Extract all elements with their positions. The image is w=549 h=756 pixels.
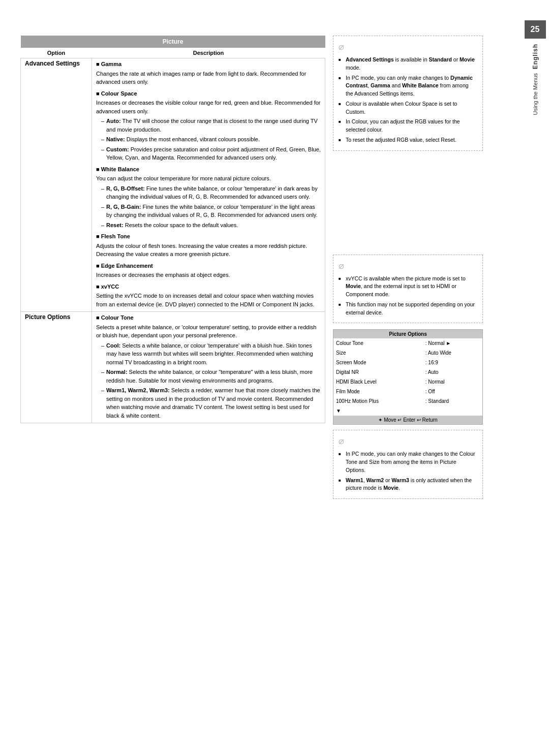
section-label: Using the Menus [532,73,538,115]
mini-table-cell-value: : Normal ► [423,338,482,348]
note-list-1: Advanced Settings is available in Standa… [339,56,477,144]
option-cell: Advanced Settings [21,58,92,312]
mini-table-row: Screen Mode : 16:9 [333,358,482,367]
note-item: In Colour, you can adjust the RGB values… [339,118,477,134]
spacer [333,238,483,242]
mini-table-title: Picture Options [333,330,482,338]
note-item: In PC mode, you can only make changes to… [339,450,477,474]
spacer [333,226,483,230]
spacer [333,157,483,161]
section-body: Setting the xvYCC mode to on increases d… [96,292,321,308]
right-column: ⌀ Advanced Settings is available in Stan… [333,36,483,505]
spacer [333,230,483,234]
note-item: Colour is available when Colour Space is… [339,100,477,116]
spacer [333,165,483,169]
right-sidebar: 25 English Using the Menus [521,0,549,756]
note-icon-2: ⌀ [339,259,477,273]
bullet-list: R, G, B-Offset: Fine tunes the white bal… [96,184,321,230]
mini-table-row: Size : Auto Wide [333,348,482,358]
spacer [333,206,483,210]
section-heading: ■ Gamma [96,60,321,69]
option-cell: Picture Options [21,312,92,423]
mini-table-cell-value: : Auto [423,367,482,377]
table-header-row: Picture [21,36,325,48]
section-body: You can adjust the colour temperature fo… [96,174,321,183]
section-body: Increases or decreases the visible colou… [96,99,321,115]
spacer [333,222,483,226]
list-item: Custom: Provides precise saturation and … [101,145,321,162]
section-body: Adjusts the colour of flesh tones. Incre… [96,242,321,259]
option-header: Option [21,48,92,58]
description-cell: ■ Gamma Changes the rate at which images… [92,58,325,312]
picture-table: Picture Option Description Advanced Sett… [20,36,325,423]
left-column: Picture Option Description Advanced Sett… [20,36,325,423]
mini-table-cell-value: : Normal [423,377,482,387]
list-item: Normal: Selects the white balance, or co… [101,368,321,385]
mini-table-cell-label: 100Hz Motion Plus [333,396,423,406]
spacer [333,218,483,222]
spacer [333,198,483,202]
note-box-2: ⌀ xvYCC is available when the picture mo… [333,255,483,324]
section-heading: ■ Edge Enhancement [96,262,321,270]
spacer [333,161,483,165]
mini-table-row: ▼ [333,406,482,416]
mini-table-cell-label: Film Mode [333,387,423,396]
section-heading: ■ White Balance [96,165,321,174]
section-heading: ■ Flesh Tone [96,232,321,241]
table-row: Picture Options ■ Colour Tone Selects a … [21,312,325,423]
spacer [333,185,483,190]
note-list-2: xvYCC is available when the picture mode… [339,275,477,317]
section-heading: ■ xvYCC [96,282,321,291]
note-item: In PC mode, you can only make changes to… [339,74,477,98]
spacer [333,246,483,250]
list-item: Warm1, Warm2, Warm3: Selects a redder, w… [101,386,321,420]
spacer [333,210,483,214]
bullet-list: Auto: The TV will choose the colour rang… [96,117,321,162]
list-item: Cool: Selects a white balance, or colour… [101,341,321,367]
section-heading: ■ Colour Space [96,89,321,98]
note-item: Warm1, Warm2 or Warm3 is only activated … [339,477,477,493]
page-number: 25 [525,20,546,39]
section-heading: ■ Colour Tone [96,313,321,322]
section-body: Selects a preset white balance, or 'colo… [96,323,321,340]
mini-table-body: Colour Tone : Normal ► Size : Auto Wide … [333,338,482,416]
spacer [333,169,483,173]
mini-table-row: Film Mode : Off [333,387,482,396]
spacer [333,190,483,194]
section-body: Changes the rate at which images ramp or… [96,70,321,86]
mini-table-cell-label: Size [333,348,423,358]
table-title: Picture [21,36,325,48]
note-icon-3: ⌀ [339,434,477,448]
note-box-1: ⌀ Advanced Settings is available in Stan… [333,36,483,151]
spacer [333,202,483,206]
spacer [333,214,483,218]
list-item: Reset: Resets the colour space to the de… [101,221,321,230]
language-label: English [532,44,539,69]
description-header: Description [92,48,325,58]
mini-table-cell-label: Screen Mode [333,358,423,367]
note-box-3: ⌀ In PC mode, you can only make changes … [333,430,483,499]
list-item: Auto: The TV will choose the colour rang… [101,117,321,134]
mini-table-row: Digital NR : Auto [333,367,482,377]
mini-table-cell-value: : Off [423,387,482,396]
spacer [333,250,483,255]
note-item: To reset the adjusted RGB value, select … [339,136,477,144]
mini-table-cell-value [423,406,482,416]
mini-table-row: Colour Tone : Normal ► [333,338,482,348]
note-icon-1: ⌀ [339,40,477,54]
mini-table-cell-value: : 16:9 [423,358,482,367]
picture-options-mini-table: Picture Options Colour Tone : Normal ► S… [333,329,483,425]
mini-table-row: 100Hz Motion Plus : Standard [333,396,482,406]
note-item: xvYCC is available when the picture mode… [339,275,477,299]
description-cell: ■ Colour Tone Selects a preset white bal… [92,312,325,423]
main-content: Picture Option Description Advanced Sett… [0,20,521,736]
mini-table-cell-value: : Standard [423,396,482,406]
spacer [333,181,483,185]
mini-table-row: HDMI Black Level : Normal [333,377,482,387]
mini-table-cell-value: : Auto Wide [423,348,482,358]
bullet-list: Cool: Selects a white balance, or colour… [96,341,321,420]
spacer [333,242,483,246]
list-item: Native: Displays the most enhanced, vibr… [101,135,321,144]
mini-table-footer: ✦ Move ↵ Enter ↩ Return [333,416,482,424]
spacer [333,234,483,238]
